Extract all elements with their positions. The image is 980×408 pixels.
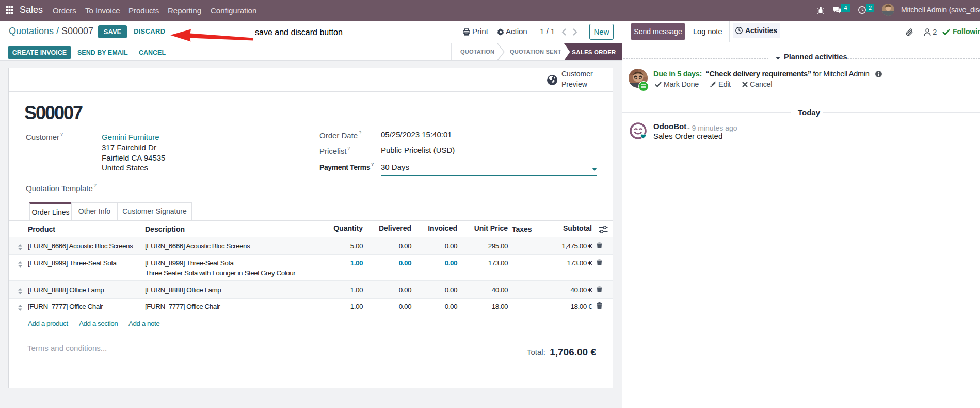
svg-text:SALES ORDER: SALES ORDER xyxy=(572,49,616,55)
